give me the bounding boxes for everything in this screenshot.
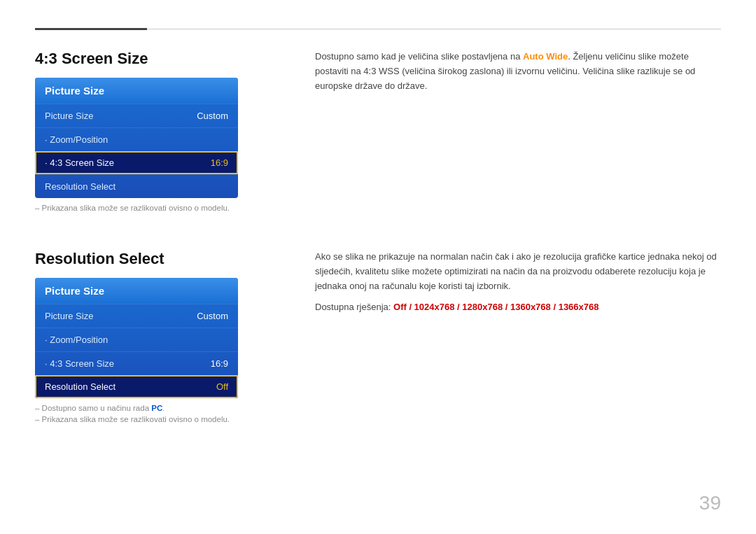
divider-thick	[35, 28, 147, 30]
menu-item-label: Picture Size	[45, 311, 93, 321]
menu-item-label: · Zoom/Position	[45, 335, 108, 345]
pc-highlight: PC	[151, 404, 162, 412]
menu-item-label: Resolution Select	[45, 181, 115, 192]
resolutions-values: Off / 1024x768 / 1280x768 / 1360x768 / 1…	[393, 302, 598, 312]
section1-left: 4:3 Screen Size Picture Size Picture Siz…	[35, 50, 301, 215]
resolutions-label-text: Dostupna rješenja:	[315, 302, 393, 312]
menu-item-resolution-select-2[interactable]: Resolution Select Off	[35, 375, 238, 398]
top-divider	[35, 28, 721, 30]
menu-item-value: Custom	[197, 311, 228, 321]
menu-item-43-screen-size[interactable]: · 4:3 Screen Size 16:9	[35, 151, 238, 174]
page-number: 39	[699, 492, 721, 514]
section1-heading: 4:3 Screen Size	[35, 50, 287, 68]
section2-right: Ako se slika ne prikazuje na normalan na…	[301, 250, 721, 426]
menu-item-value: Off	[216, 381, 228, 392]
section2-heading: Resolution Select	[35, 250, 287, 268]
menu-header-2: Picture Size	[35, 278, 238, 304]
menu-item-value: Custom	[197, 111, 228, 121]
divider-thin	[147, 29, 721, 29]
menu-item-picture-size-1[interactable]: Picture Size Custom	[35, 104, 238, 127]
menu-box-1: Picture Size Picture Size Custom · Zoom/…	[35, 78, 238, 198]
menu-item-label: Picture Size	[45, 111, 93, 121]
section-separator	[35, 236, 721, 250]
section1-description: Dostupno samo kad je veličina slike post…	[315, 50, 721, 93]
section2-notes: – Dostupno samo u načinu rada PC. – Prik…	[35, 404, 287, 423]
menu-item-label: · 4:3 Screen Size	[45, 157, 114, 168]
menu-item-value: 16:9	[211, 157, 228, 168]
menu-item-label: · Zoom/Position	[45, 134, 108, 145]
desc-text-1: Dostupno samo kad je veličina slike post…	[315, 51, 523, 62]
page-container: 4:3 Screen Size Picture Size Picture Siz…	[0, 0, 756, 534]
section1-note: – Prikazana slika može se razlikovati ov…	[35, 204, 287, 212]
menu-item-picture-size-2[interactable]: Picture Size Custom	[35, 304, 238, 328]
section2-description: Ako se slika ne prikazuje na normalan na…	[315, 250, 721, 293]
menu-item-label: · 4:3 Screen Size	[45, 358, 114, 369]
menu-item-43-screen-size-2[interactable]: · 4:3 Screen Size 16:9	[35, 351, 238, 375]
menu-item-resolution-select-1[interactable]: Resolution Select	[35, 174, 238, 198]
section2-note-1: – Dostupno samo u načinu rada PC.	[35, 404, 287, 412]
section2-note-2: – Prikazana slika može se razlikovati ov…	[35, 415, 287, 423]
section-resolution-select: Resolution Select Picture Size Picture S…	[35, 250, 721, 426]
section2-left: Resolution Select Picture Size Picture S…	[35, 250, 301, 426]
menu-header-1: Picture Size	[35, 78, 238, 104]
note-text-end: .	[162, 404, 164, 412]
section1-right: Dostupno samo kad je veličina slike post…	[301, 50, 721, 215]
menu-box-2: Picture Size Picture Size Custom · Zoom/…	[35, 278, 238, 398]
auto-wide-highlight: Auto Wide	[523, 51, 568, 62]
menu-item-zoom-position-1[interactable]: · Zoom/Position	[35, 127, 238, 151]
menu-item-zoom-position-2[interactable]: · Zoom/Position	[35, 328, 238, 351]
note-text: – Dostupno samo u načinu rada	[35, 404, 151, 412]
section-43-screen-size: 4:3 Screen Size Picture Size Picture Siz…	[35, 50, 721, 215]
section1-notes: – Prikazana slika može se razlikovati ov…	[35, 204, 287, 212]
menu-item-value: 16:9	[211, 358, 228, 369]
section2-resolutions: Dostupna rješenja: Off / 1024x768 / 1280…	[315, 300, 721, 315]
menu-item-label: Resolution Select	[45, 381, 115, 392]
